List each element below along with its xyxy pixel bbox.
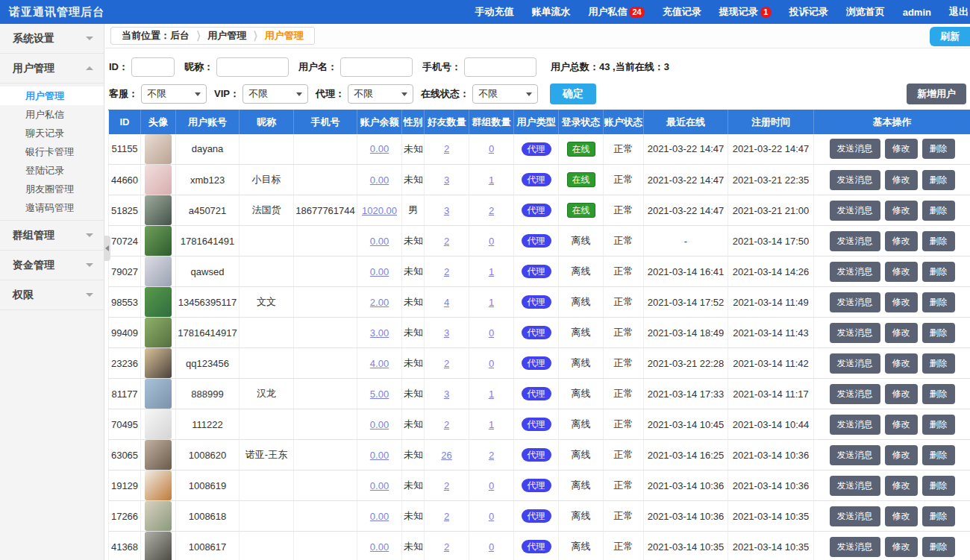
friends-count-link[interactable]: 2 — [444, 511, 449, 522]
friends-count-link[interactable]: 3 — [444, 174, 449, 186]
sidebar-group-资金管理[interactable]: 资金管理 — [0, 251, 104, 280]
topnav-item-充值记录[interactable]: 充值记录 — [663, 5, 701, 19]
service-filter-select[interactable]: 不限 — [141, 84, 207, 104]
friends-count-link[interactable]: 2 — [444, 358, 449, 369]
sidebar-item-朋友圈管理[interactable]: 朋友圈管理 — [0, 180, 104, 198]
groups-count-link[interactable]: 0 — [489, 480, 494, 491]
groups-count-link[interactable]: 0 — [489, 541, 494, 553]
topnav-item-浏览首页[interactable]: 浏览首页 — [846, 5, 885, 19]
friends-count-link[interactable]: 2 — [444, 143, 449, 154]
edit-button[interactable]: 修改 — [885, 384, 918, 404]
friends-count-link[interactable]: 3 — [444, 388, 449, 400]
balance-link[interactable]: 0.00 — [370, 541, 389, 553]
sidebar-group-群组管理[interactable]: 群组管理 — [0, 221, 104, 251]
topnav-item-用户私信[interactable]: 用户私信24 — [588, 5, 644, 19]
delete-button[interactable]: 删除 — [922, 415, 955, 435]
groups-count-link[interactable]: 2 — [489, 450, 494, 461]
nickname-filter-input[interactable] — [216, 57, 289, 77]
topnav-item-账单流水[interactable]: 账单流水 — [531, 5, 570, 19]
balance-link[interactable]: 4.00 — [370, 358, 389, 369]
topnav-item-手动充值[interactable]: 手动充值 — [475, 5, 513, 19]
edit-button[interactable]: 修改 — [885, 323, 918, 343]
send-message-button[interactable]: 发送消息 — [830, 323, 880, 343]
breadcrumb-crumb[interactable]: 用户管理 — [265, 29, 304, 43]
sidebar-item-用户私信[interactable]: 用户私信 — [0, 105, 104, 124]
friends-count-link[interactable]: 2 — [444, 266, 449, 277]
friends-count-link[interactable]: 3 — [444, 205, 449, 216]
sidebar-item-银行卡管理[interactable]: 银行卡管理 — [0, 142, 104, 161]
friends-count-link[interactable]: 2 — [444, 480, 449, 491]
delete-button[interactable]: 删除 — [922, 231, 955, 251]
send-message-button[interactable]: 发送消息 — [830, 262, 880, 282]
send-message-button[interactable]: 发送消息 — [830, 170, 880, 190]
send-message-button[interactable]: 发送消息 — [830, 201, 880, 221]
delete-button[interactable]: 删除 — [922, 262, 955, 282]
groups-count-link[interactable]: 1 — [489, 266, 494, 277]
groups-count-link[interactable]: 0 — [489, 511, 494, 522]
send-message-button[interactable]: 发送消息 — [830, 384, 880, 404]
edit-button[interactable]: 修改 — [885, 537, 918, 557]
send-message-button[interactable]: 发送消息 — [830, 292, 880, 312]
sidebar-group-用户管理[interactable]: 用户管理 — [0, 54, 104, 84]
balance-link[interactable]: 0.00 — [370, 266, 389, 277]
friends-count-link[interactable]: 3 — [444, 327, 449, 339]
edit-button[interactable]: 修改 — [885, 170, 918, 190]
username-filter-input[interactable] — [340, 57, 413, 77]
send-message-button[interactable]: 发送消息 — [830, 476, 880, 496]
balance-link[interactable]: 0.00 — [370, 143, 389, 154]
sidebar-item-用户管理[interactable]: 用户管理 — [0, 86, 104, 105]
groups-count-link[interactable]: 0 — [489, 327, 494, 339]
groups-count-link[interactable]: 0 — [489, 358, 494, 369]
delete-button[interactable]: 删除 — [922, 537, 955, 557]
delete-button[interactable]: 删除 — [922, 445, 955, 465]
friends-count-link[interactable]: 26 — [441, 450, 451, 461]
balance-link[interactable]: 0.00 — [370, 450, 389, 461]
send-message-button[interactable]: 发送消息 — [830, 506, 880, 526]
edit-button[interactable]: 修改 — [885, 353, 918, 374]
edit-button[interactable]: 修改 — [885, 415, 918, 435]
friends-count-link[interactable]: 2 — [444, 419, 449, 430]
groups-count-link[interactable]: 1 — [489, 388, 494, 400]
edit-button[interactable]: 修改 — [885, 231, 918, 251]
topnav-item-admin[interactable]: admin — [903, 7, 931, 18]
send-message-button[interactable]: 发送消息 — [830, 139, 880, 159]
edit-button[interactable]: 修改 — [885, 292, 918, 312]
groups-count-link[interactable]: 1 — [489, 297, 494, 308]
edit-button[interactable]: 修改 — [885, 506, 918, 526]
delete-button[interactable]: 删除 — [922, 323, 955, 343]
send-message-button[interactable]: 发送消息 — [830, 353, 880, 374]
delete-button[interactable]: 删除 — [922, 476, 955, 496]
add-user-button[interactable]: 新增用户 — [907, 84, 966, 104]
groups-count-link[interactable]: 1 — [489, 174, 494, 186]
sidebar-item-聊天记录[interactable]: 聊天记录 — [0, 124, 104, 142]
delete-button[interactable]: 删除 — [922, 506, 955, 526]
online-status-filter-select[interactable]: 不限 — [472, 84, 538, 104]
balance-link[interactable]: 0.00 — [370, 419, 389, 430]
sidebar-item-登陆记录[interactable]: 登陆记录 — [0, 161, 104, 180]
balance-link[interactable]: 1020.00 — [362, 205, 397, 216]
balance-link[interactable]: 5.00 — [370, 388, 389, 400]
delete-button[interactable]: 删除 — [922, 292, 955, 312]
topnav-item-退出[interactable]: 退出 — [949, 5, 969, 19]
topnav-item-投诉记录[interactable]: 投诉记录 — [789, 5, 828, 19]
send-message-button[interactable]: 发送消息 — [830, 445, 880, 465]
edit-button[interactable]: 修改 — [885, 476, 918, 496]
edit-button[interactable]: 修改 — [885, 445, 918, 465]
groups-count-link[interactable]: 2 — [489, 205, 494, 216]
delete-button[interactable]: 删除 — [922, 139, 955, 159]
send-message-button[interactable]: 发送消息 — [830, 231, 880, 251]
balance-link[interactable]: 0.00 — [370, 480, 389, 491]
delete-button[interactable]: 删除 — [922, 201, 955, 221]
edit-button[interactable]: 修改 — [885, 139, 918, 159]
refresh-button[interactable]: 刷新 — [930, 27, 970, 46]
friends-count-link[interactable]: 2 — [444, 541, 449, 553]
vip-filter-select[interactable]: 不限 — [242, 84, 308, 104]
balance-link[interactable]: 2.00 — [370, 297, 389, 308]
groups-count-link[interactable]: 1 — [489, 419, 494, 430]
friends-count-link[interactable]: 4 — [444, 297, 449, 308]
balance-link[interactable]: 0.00 — [370, 174, 389, 186]
balance-link[interactable]: 3.00 — [370, 327, 389, 339]
agent-filter-select[interactable]: 不限 — [348, 84, 413, 104]
groups-count-link[interactable]: 0 — [489, 236, 494, 247]
friends-count-link[interactable]: 2 — [444, 236, 449, 247]
